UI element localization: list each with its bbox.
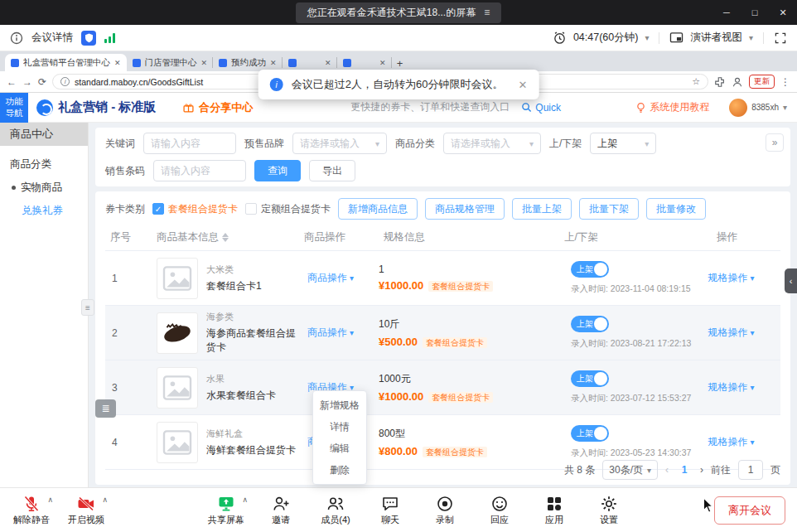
page-size-select[interactable]: 30条/页 ▾ <box>602 460 658 480</box>
col-product-info[interactable]: 商品基本信息 <box>152 230 299 244</box>
browser-tab-store-admin[interactable]: 门店管理中心 ✕ <box>127 54 214 71</box>
sidebar-item-gift-voucher[interactable]: 兑换礼券 <box>0 199 88 222</box>
goto-page-input[interactable] <box>738 460 763 480</box>
security-shield-icon[interactable] <box>81 31 96 46</box>
sidebar-item-product-category[interactable]: 商品分类 <box>0 152 88 176</box>
batch-off-shelf-button[interactable]: 批量下架 <box>579 198 639 220</box>
fullscreen-icon[interactable] <box>774 31 787 45</box>
next-page-icon[interactable]: › <box>700 464 703 476</box>
category-select[interactable]: 请选择或输入 ▾ <box>443 133 541 154</box>
checkbox-package-card[interactable]: ✓ 套餐组合提货卡 <box>152 202 238 216</box>
batch-on-shelf-button[interactable]: 批量上架 <box>512 198 572 220</box>
leave-meeting-button[interactable]: 离开会议 <box>714 496 785 525</box>
tab-close-icon[interactable]: ✕ <box>325 59 331 67</box>
unmute-button[interactable]: 解除静音 ∧ <box>10 495 53 526</box>
app-logo[interactable]: 礼盒营销 - 标准版 <box>36 99 156 116</box>
maximize-button[interactable]: □ <box>741 0 769 25</box>
bookmark-star-icon[interactable]: ☆ <box>692 76 700 87</box>
tab-close-icon[interactable]: ✕ <box>114 59 121 67</box>
share-screen-button[interactable]: 共享屏幕 ∧ <box>205 495 248 526</box>
settings-button[interactable]: 设置 <box>587 495 630 526</box>
spec-action-link[interactable]: 规格操作 ▾ <box>699 435 754 449</box>
close-button[interactable]: ✕ <box>769 0 797 25</box>
banner-menu-icon[interactable]: ≡ <box>484 7 490 18</box>
share-center-link[interactable]: 合分享中心 <box>182 100 253 115</box>
sidebar-collapse-handle[interactable]: ≡ <box>81 299 94 316</box>
minimize-button[interactable]: ─ <box>712 0 741 25</box>
reload-icon[interactable]: ⟳ <box>38 76 46 88</box>
toast-close-icon[interactable]: ✕ <box>518 79 527 91</box>
view-mode-label[interactable]: 演讲者视图 <box>690 31 742 45</box>
prev-page-icon[interactable]: ‹ <box>665 464 669 476</box>
batch-edit-button[interactable]: 批量修改 <box>646 198 706 220</box>
shelf-toggle[interactable]: 上架 <box>571 425 609 442</box>
back-icon[interactable]: ← <box>7 76 17 88</box>
forward-icon[interactable]: → <box>22 76 32 88</box>
spec-action-link[interactable]: 规格操作 ▾ <box>699 380 754 394</box>
right-panel-handle[interactable]: ‹ <box>785 268 797 293</box>
shelf-toggle[interactable]: 上架 <box>571 370 609 387</box>
expand-panel-button[interactable]: » <box>766 133 784 152</box>
checkbox-fixed-card[interactable]: 定额组合提货卡 <box>245 202 331 216</box>
reaction-button[interactable]: 回应 <box>478 495 521 526</box>
browser-tab-partial[interactable]: ✕ <box>283 54 337 71</box>
tab-close-icon[interactable]: ✕ <box>270 59 277 67</box>
browser-tab-booking[interactable]: 预约成功 ✕ <box>213 54 283 71</box>
chat-button[interactable]: 聊天 <box>369 495 412 526</box>
menu-item-details[interactable]: 详情 <box>313 416 366 438</box>
brand-select[interactable]: 请选择或输入 ▾ <box>292 133 387 154</box>
browser-tab-gift-admin[interactable]: 礼盒营销平台管理中心 ✕ <box>5 54 127 71</box>
profile-icon[interactable] <box>732 76 743 88</box>
menu-item-delete[interactable]: 删除 <box>313 459 366 481</box>
tutorial-link[interactable]: 系统使用教程 <box>635 100 709 114</box>
new-tab-button[interactable]: + <box>392 55 408 71</box>
price: ¥1000.00 <box>379 279 423 292</box>
sidebar-header-product-center[interactable]: 商品中心 <box>0 123 88 146</box>
sort-icon[interactable] <box>222 233 229 242</box>
chevron-up-icon[interactable]: ∧ <box>47 496 53 504</box>
browser-tab-partial[interactable]: ✕ <box>337 54 392 71</box>
quick-search-link[interactable]: Quick <box>521 102 561 114</box>
barcode-input[interactable] <box>153 160 246 181</box>
export-button[interactable]: 导出 <box>309 160 355 181</box>
tab-close-icon[interactable]: ✕ <box>379 59 386 67</box>
network-signal-icon[interactable] <box>104 33 115 43</box>
shelf-toggle[interactable]: 上架 <box>571 261 609 278</box>
sidebar-item-physical-goods[interactable]: 实物商品 <box>0 176 88 199</box>
shelf-toggle[interactable]: 上架 <box>571 316 609 332</box>
browser-update-badge[interactable]: 更新 <box>749 75 775 89</box>
user-menu[interactable]: 8385xh ▾ <box>729 99 787 117</box>
timer-caret-icon[interactable]: ▾ <box>645 33 649 42</box>
meeting-details-label[interactable]: 会议详情 <box>31 31 73 45</box>
function-nav-button[interactable]: 功能 导航 <box>0 93 28 123</box>
add-product-button[interactable]: 新增商品信息 <box>338 198 418 220</box>
tab-close-icon[interactable]: ✕ <box>201 59 208 67</box>
site-info-icon[interactable]: i <box>60 77 70 86</box>
product-action-link[interactable]: 商品操作 ▾ <box>299 326 379 340</box>
browser-menu-icon[interactable]: ⋮ <box>780 76 790 88</box>
chevron-up-icon[interactable]: ∧ <box>242 496 248 504</box>
watching-banner[interactable]: 您正在观看金禾通技术王斌18...的屏幕 ≡ <box>296 2 501 23</box>
page-number[interactable]: 1 <box>676 464 693 476</box>
start-video-button[interactable]: 开启视频 ∧ <box>65 495 108 526</box>
keyword-input[interactable] <box>143 133 236 154</box>
sidebar: 商品中心 商品分类 实物商品 兑换礼券 <box>0 123 89 487</box>
apps-button[interactable]: 应用 <box>533 495 576 526</box>
search-button[interactable]: 查询 <box>254 160 301 181</box>
checkbox-unchecked-icon[interactable] <box>245 203 257 215</box>
shelf-select[interactable]: 上架 ▾ <box>590 133 656 154</box>
menu-item-edit[interactable]: 编辑 <box>313 438 366 459</box>
extensions-icon[interactable] <box>714 76 726 88</box>
members-button[interactable]: 成员(4) <box>314 495 357 526</box>
product-action-link[interactable]: 商品操作 ▾ <box>299 271 379 285</box>
floating-list-button[interactable]: ≣ <box>95 399 116 418</box>
spec-manage-button[interactable]: 商品规格管理 <box>425 198 505 220</box>
view-caret-icon[interactable]: ▾ <box>749 33 753 42</box>
invite-button[interactable]: 邀请 <box>259 495 302 526</box>
checkbox-checked-icon[interactable]: ✓ <box>152 203 164 215</box>
record-button[interactable]: 录制 <box>423 495 466 526</box>
chevron-up-icon[interactable]: ∧ <box>102 496 108 504</box>
spec-action-link[interactable]: 规格操作 ▾ <box>699 326 754 340</box>
spec-action-link[interactable]: 规格操作 ▾ <box>699 271 754 285</box>
menu-item-add-spec[interactable]: 新增规格 <box>313 394 366 416</box>
